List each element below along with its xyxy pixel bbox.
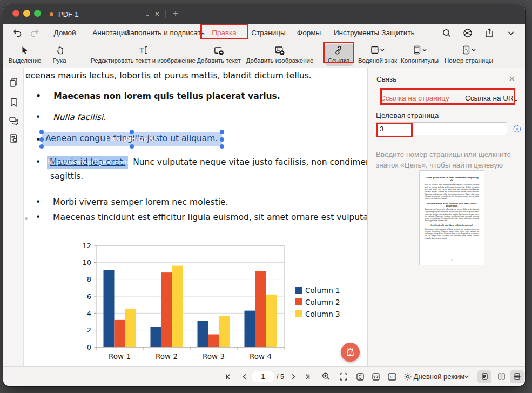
menu-tab-edit[interactable]: Правка <box>212 24 237 42</box>
ai-assistant-button[interactable] <box>341 343 360 362</box>
menu-tab-forms[interactable]: Формы <box>297 24 321 42</box>
target-page-input[interactable] <box>375 122 507 135</box>
url-link-annotation[interactable]: Mauris id leo erat. https://www.pdfgear.… <box>47 156 128 169</box>
bar-row1-column2 <box>115 320 125 347</box>
x-category-label: Row 4 <box>250 352 272 361</box>
x-category-label: Row 1 <box>109 352 131 361</box>
add-image-tool[interactable]: Добавить изображение <box>246 44 314 64</box>
resize-handle[interactable] <box>130 130 134 134</box>
day-mode-sun-icon[interactable] <box>403 367 412 386</box>
comments-icon[interactable] <box>8 115 19 126</box>
menu-bar: Домой Аннотации Заполнить и подписать Пр… <box>3 24 525 42</box>
bullet-item: • Morbi viverra semper lorem nec molesti… <box>36 197 228 207</box>
header-footer-tool[interactable]: Колонтитулы <box>401 44 439 64</box>
view-single-page-button[interactable] <box>477 367 491 386</box>
search-icon[interactable] <box>441 28 453 38</box>
link-tool[interactable]: Ссылка <box>328 44 350 64</box>
fit-width-icon[interactable] <box>372 367 380 386</box>
new-tab-button[interactable]: + <box>169 7 183 21</box>
bullet-item: • Maecenas non lorem quis tellus placera… <box>36 91 280 101</box>
edit-text-image-tool[interactable]: T Редактировать текст и изображение <box>91 44 196 64</box>
resize-handle[interactable] <box>130 144 134 149</box>
link-panel: Связь ✕ Ссылка на страницу Ссылка на URL… <box>367 68 525 366</box>
tab-link-to-page[interactable]: Ссылка на страницу <box>380 94 449 102</box>
close-window-button[interactable] <box>12 10 19 17</box>
x-category-label: Row 2 <box>156 352 178 361</box>
legend-label: Column 3 <box>305 310 340 318</box>
bookmarks-icon[interactable] <box>8 97 19 108</box>
thumbnail-paragraph: Maecenas non lorem quis tellus placerat … <box>425 208 479 222</box>
y-tick-label: 2 <box>87 326 91 334</box>
resize-handle[interactable] <box>39 130 44 134</box>
svg-text:2: 2 <box>467 49 469 53</box>
page-number-input[interactable] <box>252 371 274 382</box>
assistant-globe-icon[interactable] <box>462 28 474 38</box>
y-tick-label: 12 <box>82 242 91 250</box>
redo-icon[interactable] <box>29 28 41 38</box>
hand-tool[interactable]: Рука <box>52 44 66 64</box>
menu-tab-protect[interactable]: Защитить <box>381 24 414 42</box>
target-picker-icon[interactable] <box>513 124 522 134</box>
zoom-window-button[interactable] <box>34 10 41 17</box>
hand-icon <box>52 44 66 56</box>
watermark-tool[interactable]: Водяной знак <box>358 44 397 64</box>
fit-page-icon[interactable] <box>339 367 348 386</box>
document-tab[interactable]: PDF-1 ⌄ ✕ <box>44 4 162 24</box>
resize-handle[interactable] <box>39 137 44 142</box>
selected-link-annotation[interactable]: Aenean congue fringilla justo ut aliquam… <box>42 132 222 146</box>
first-page-icon[interactable] <box>225 367 232 386</box>
resize-handle[interactable] <box>220 137 224 142</box>
page-number-tool[interactable]: 12 Номер страницы <box>445 44 493 64</box>
toolbar-separator <box>76 45 76 65</box>
bullet-text-line2: sagittis. <box>50 171 83 181</box>
view-continuous-scroll-button[interactable] <box>510 367 524 386</box>
previous-page-icon[interactable] <box>241 367 248 386</box>
resize-handle[interactable] <box>39 144 44 149</box>
next-page-icon[interactable] <box>289 367 297 386</box>
bullet-item: • Mauris id leo erat. https://www.pdfgea… <box>36 156 367 169</box>
bar-row1-column3 <box>125 309 136 348</box>
resize-handle[interactable] <box>220 144 224 149</box>
target-page-thumbnail[interactable]: Lorem ipsum dolor sit amet, consectetur … <box>419 170 484 265</box>
thumbnail-title: Lorem ipsum dolor sit amet, consectetur … <box>425 176 479 182</box>
bar-row3-column1 <box>198 321 208 347</box>
thumbnail-paragraph: Nunc ac faucibus odio. Vestibulum neque … <box>425 184 479 199</box>
content-area: ecenas mauris lectus, lobortis et purus … <box>3 68 525 366</box>
watermark-icon <box>358 44 397 56</box>
panel-close-icon[interactable]: ✕ <box>508 74 515 84</box>
tab-close-icon[interactable]: ✕ <box>152 10 162 18</box>
view-mode-chevron-icon[interactable] <box>463 367 470 386</box>
menu-tab-pages[interactable]: Страницы <box>251 24 285 42</box>
zoom-in-icon[interactable] <box>322 367 331 386</box>
view-two-pages-button[interactable] <box>494 367 508 386</box>
pdf-page[interactable]: ecenas mauris lectus, lobortis et purus … <box>24 68 367 366</box>
share-icon[interactable] <box>483 28 495 38</box>
bar-row2-column1 <box>151 327 161 347</box>
thumbnail-paragraph: Class aptent taciti sociosqu ad litora t… <box>425 228 479 239</box>
tab-chevron-icon[interactable]: ⌄ <box>143 10 152 18</box>
selection-tool[interactable]: Выделение <box>9 44 42 64</box>
menu-tab-home[interactable]: Домой <box>53 24 76 42</box>
menu-tab-fill-sign[interactable]: Заполнить и подписать <box>126 24 205 42</box>
help-text-line1: Введите номер страницы или щелкните <box>376 149 520 160</box>
bar-row4-column2 <box>255 271 266 347</box>
undo-icon[interactable] <box>11 28 23 38</box>
menu-tab-annotations[interactable]: Аннотации <box>92 24 129 42</box>
search-document-icon[interactable] <box>8 133 19 144</box>
actual-size-icon[interactable]: 1:1 <box>388 367 397 386</box>
page-thumbnails-icon[interactable] <box>8 77 19 88</box>
cursor-icon <box>9 44 42 56</box>
bar-row1-column1 <box>104 270 115 347</box>
app-window: PDF-1 ⌄ ✕ + Домой Аннотации Заполнить и … <box>3 4 525 386</box>
add-text-tool[interactable]: Добавить текст <box>197 44 241 64</box>
collapse-toolbar-icon[interactable] <box>505 28 517 38</box>
resize-handle[interactable] <box>220 130 224 134</box>
fit-height-icon[interactable] <box>356 367 365 386</box>
menu-tab-tools[interactable]: Инструменты <box>334 24 379 42</box>
y-tick-label: 10 <box>82 258 91 267</box>
page-number-input-wrap <box>252 367 274 386</box>
tab-link-to-url[interactable]: Ссылка на URL <box>465 94 517 102</box>
last-page-icon[interactable] <box>304 367 311 386</box>
view-mode-label[interactable]: Дневной режим <box>414 367 465 386</box>
minimize-window-button[interactable] <box>23 10 30 17</box>
